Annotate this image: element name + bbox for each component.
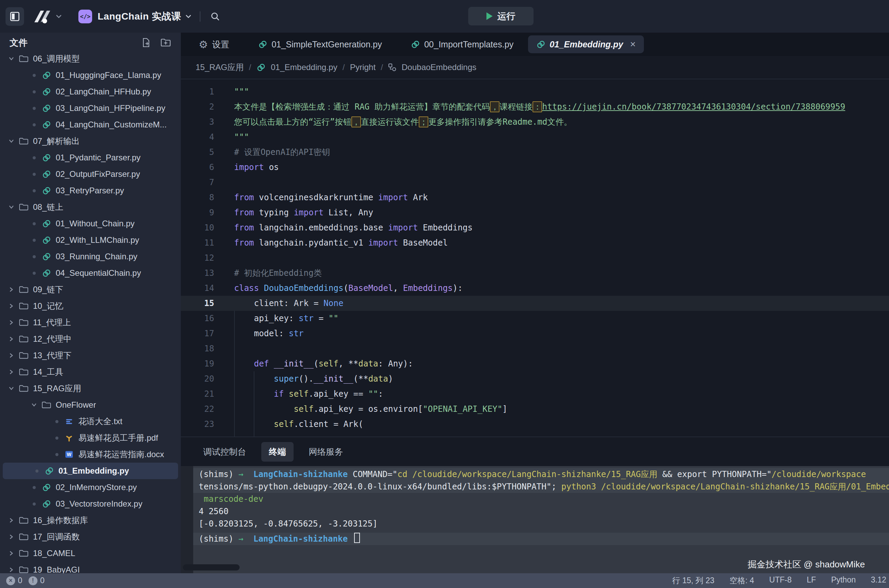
code-line-current[interactable]: 15 client: Ark = None [181, 296, 889, 311]
errors-count[interactable]: 0 [18, 576, 23, 585]
tree-file-row[interactable]: 04_LangChain_CustomizeM... [0, 116, 181, 133]
code-line[interactable]: 11from langchain.pydantic_v1 import Base… [181, 235, 889, 250]
errors-icon[interactable]: × [6, 576, 15, 585]
tree-file-row[interactable]: 02_With_LLMChain.py [0, 232, 181, 248]
code-line[interactable]: 13# 初始化Embedding类 [181, 266, 889, 280]
tree-file-row[interactable]: 03_LangChain_HFPipeline.py [0, 100, 181, 116]
tree-file-row[interactable]: 04_SequentialChain.py [0, 265, 181, 281]
code-text: class DoubaoEmbeddings(BaseModel, Embedd… [234, 284, 463, 293]
code-line[interactable]: 14class DoubaoEmbeddings(BaseModel, Embe… [181, 280, 889, 296]
code-line[interactable]: 17 model: str [181, 326, 889, 341]
indentation[interactable]: 空格: 4 [730, 575, 754, 586]
code-line[interactable]: 23 self.client = Ark( [181, 417, 889, 432]
code-line[interactable]: 16 api_key: str = "" [181, 311, 889, 326]
tab-simple-text-generation[interactable]: 01_SimpleTextGeneration.py [244, 33, 396, 56]
breadcrumb-folder[interactable]: 15_RAG应用 [196, 62, 244, 73]
status-bar: × 0 ! 0 行 15, 列 23 空格: 4 UTF-8 LF Python… [0, 573, 889, 588]
code-line[interactable]: 12 [181, 250, 889, 266]
tree-folder-row[interactable]: 07_解析输出 [0, 133, 181, 149]
code-line[interactable]: 7 [181, 175, 889, 190]
tree-file-row[interactable]: 03_RetryParser.py [0, 182, 181, 199]
tree-file-row[interactable]: 花语大全.txt [0, 413, 181, 430]
folder-icon [17, 318, 30, 327]
tree-item-label: 03_RetryParser.py [56, 186, 124, 195]
code-line[interactable]: 6import os [181, 160, 889, 175]
tree-folder-row[interactable]: 15_RAG应用 [0, 380, 181, 397]
tree-folder-row[interactable]: 11_代理上 [0, 314, 181, 331]
tree-file-row[interactable]: W易速鲜花运营指南.docx [0, 446, 181, 463]
terminal-prompt-line[interactable]: (shims) → LangChain-shizhanke [193, 533, 889, 545]
file-dot-icon [28, 74, 40, 77]
tree-file-row[interactable]: 02_InMemoryStore.py [0, 479, 181, 496]
tree-folder-row[interactable]: 09_链下 [0, 281, 181, 298]
code-line[interactable]: 9from typing import List, Any [181, 205, 889, 220]
code-line[interactable]: 10from langchain.embeddings.base import … [181, 220, 889, 235]
code-line[interactable]: 4""" [181, 129, 889, 145]
workspace-chevron-down-icon[interactable] [55, 13, 63, 20]
run-button[interactable]: 运行 [468, 7, 534, 26]
tree-file-row[interactable]: 01_Pydantic_Parser.py [0, 149, 181, 166]
code-line[interactable]: 3您可以点击最上方的“运行”按钮，直接运行该文件；更多操作指引请参考Readme… [181, 114, 889, 129]
code-editor[interactable]: 1"""2本文件是【检索增强生成：通过 RAG 助力鲜花运营】章节的配套代码，课… [181, 80, 889, 436]
terminal-view[interactable]: (shims) → LangChain-shizhanke COMMAND="c… [181, 466, 889, 573]
tree-folder-row[interactable]: 12_代理中 [0, 331, 181, 347]
tree-file-row[interactable]: 易速鲜花员工手册.pdf [0, 430, 181, 446]
tree-folder-row[interactable]: 19_BabyAGI [0, 561, 181, 573]
breadcrumb-symbol[interactable]: DoubaoEmbeddings [402, 63, 477, 72]
project-chevron-down-icon[interactable] [185, 13, 192, 20]
encoding[interactable]: UTF-8 [769, 575, 792, 586]
code-line[interactable]: 18 [181, 341, 889, 356]
terminal-scrollbar-thumb[interactable] [183, 564, 240, 570]
tree-folder-row[interactable]: 18_CAMEL [0, 545, 181, 561]
eol-type[interactable]: LF [807, 575, 816, 586]
new-folder-icon[interactable] [160, 38, 171, 48]
code-line[interactable]: 22 self.api_key = os.environ["OPENAI_API… [181, 402, 889, 417]
warnings-icon[interactable]: ! [29, 576, 38, 585]
sidebar-toggle-button[interactable] [6, 7, 24, 26]
tree-folder-row[interactable]: 06_调用模型 [0, 51, 181, 67]
search-icon[interactable] [210, 11, 220, 22]
cursor-position[interactable]: 行 15, 列 23 [672, 575, 715, 586]
tab-import-templates[interactable]: 00_ImportTemplates.py [396, 33, 528, 56]
new-file-icon[interactable] [141, 38, 151, 48]
code-line[interactable]: 5# 设置OpenAI的API密钥 [181, 145, 889, 160]
play-icon [486, 12, 493, 20]
tab-terminal[interactable]: 终端 [261, 442, 293, 462]
python-version[interactable]: 3.12 [871, 575, 886, 586]
tree-folder-row[interactable]: 13_代理下 [0, 347, 181, 364]
tab-embedding-active[interactable]: 01_Embedding.py × [528, 35, 644, 53]
tree-file-row[interactable]: 02_LangChain_HFHub.py [0, 84, 181, 100]
code-text: """ [234, 87, 249, 96]
tab-settings[interactable]: ⚙ 设置 [184, 33, 244, 56]
tree-file-row[interactable]: 01_Embedding.py [3, 463, 178, 479]
top-bar: </> LangChain 实战课 [0, 0, 889, 33]
breadcrumb-file[interactable]: 01_Embedding.py [271, 63, 337, 72]
close-icon[interactable]: × [630, 39, 636, 50]
txt-file-icon [63, 417, 76, 426]
tree-file-row[interactable]: 03_VectorstoreIndex.py [0, 496, 181, 512]
code-line[interactable]: 2本文件是【检索增强生成：通过 RAG 助力鲜花运营】章节的配套代码，课程链接：… [181, 99, 889, 114]
code-line[interactable]: 8from volcenginesdkarkruntime import Ark [181, 190, 889, 205]
language-mode[interactable]: Python [831, 575, 856, 586]
warnings-count[interactable]: 0 [40, 576, 45, 585]
tree-file-row[interactable]: 02_OutputFixParser.py [0, 166, 181, 182]
code-line[interactable]: 21 if self.api_key == "": [181, 386, 889, 402]
tree-folder-row[interactable]: OneFlower [0, 397, 181, 413]
tree-folder-row[interactable]: 08_链上 [0, 199, 181, 215]
tree-folder-row[interactable]: 10_记忆 [0, 298, 181, 314]
tree-file-row[interactable]: 01_Without_Chain.py [0, 215, 181, 232]
tree-file-row[interactable]: 01_HugggingFace_Llama.py [0, 67, 181, 84]
tree-folder-row[interactable]: 14_工具 [0, 364, 181, 380]
tab-debug-console[interactable]: 调试控制台 [196, 442, 254, 462]
code-line[interactable]: 20 super().__init__(**data) [181, 371, 889, 386]
tab-network-service[interactable]: 网络服务 [301, 442, 350, 462]
code-text: import os [234, 162, 279, 172]
tree-file-row[interactable]: 03_Running_Chain.py [0, 248, 181, 265]
marscode-logo-icon[interactable] [32, 9, 51, 24]
tree-folder-row[interactable]: 17_回调函数 [0, 529, 181, 545]
breadcrumb-pyright[interactable]: Pyright [350, 63, 376, 72]
project-title[interactable]: LangChain 实战课 [98, 10, 181, 23]
code-line[interactable]: 19 def __init__(self, **data: Any): [181, 356, 889, 371]
code-line[interactable]: 1""" [181, 84, 889, 99]
tree-folder-row[interactable]: 16_操作数据库 [0, 512, 181, 529]
